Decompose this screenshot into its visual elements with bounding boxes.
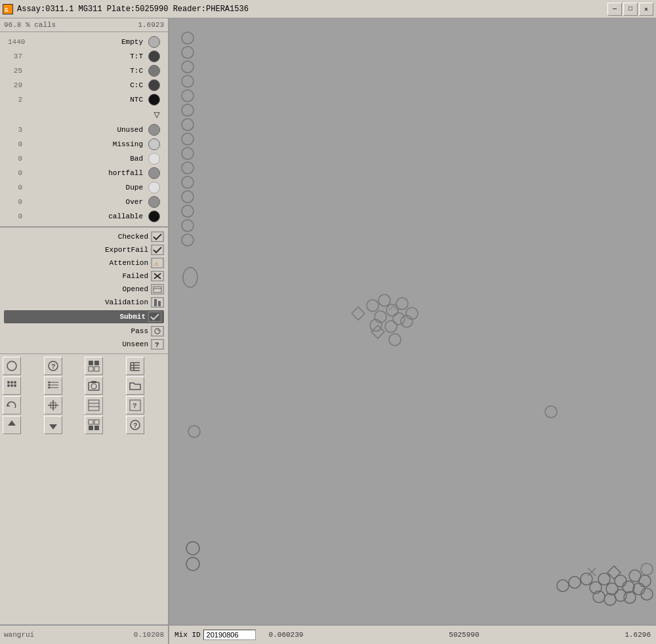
maximize-button[interactable]: □	[623, 3, 638, 16]
legend-item-missing: 0 Missing	[4, 137, 164, 151]
marker-checked-label: Checked	[118, 233, 148, 241]
count-tt: 37	[8, 52, 22, 60]
mix-id-label: Mix ID	[174, 631, 201, 639]
grid3-tool-button[interactable]	[85, 416, 103, 434]
circle-bad	[148, 153, 160, 165]
axis-val-1: 0.060239	[269, 631, 304, 639]
list-tool-button[interactable]	[126, 357, 144, 375]
marker-submit[interactable]: Submit	[4, 310, 164, 323]
scatter-plot	[169, 18, 656, 624]
marker-submit-label: Submit	[119, 313, 146, 321]
svg-rect-26	[89, 367, 93, 371]
mix-id-input[interactable]	[203, 630, 256, 640]
main-container: 96.8 % calls 1.6923 1440 Empty 37 T:T 25…	[0, 18, 656, 624]
count-hortfall: 0	[8, 169, 22, 177]
legend-item-cc: 29 C:C	[4, 78, 164, 92]
marker-attention: Attention ⚠	[4, 256, 164, 270]
marker-unseen-label: Unseen	[122, 340, 148, 348]
svg-rect-16	[152, 327, 163, 336]
validation-icon	[151, 297, 164, 308]
top-stats: 96.8 % calls 1.6923	[0, 18, 168, 32]
marker-exportfail: ExportFail	[4, 243, 164, 256]
circle-missing	[148, 138, 160, 150]
circle-dupe	[148, 182, 160, 193]
svg-point-39	[14, 384, 16, 387]
grid2-tool-button[interactable]	[85, 396, 103, 414]
checked-icon	[151, 231, 164, 242]
label-empty: Empty	[25, 38, 146, 46]
help2-tool-button[interactable]: ?	[126, 396, 144, 414]
down-arrow-button[interactable]	[44, 416, 62, 434]
opened-icon	[151, 284, 164, 294]
legend-area: 1440 Empty 37 T:T 25 T:C 29 C:C	[0, 32, 168, 227]
unseen-icon: ?	[151, 339, 164, 350]
axis-val-3: 1.6296	[625, 631, 651, 639]
count-empty: 1440	[8, 38, 22, 46]
left-panel: 96.8 % calls 1.6923 1440 Empty 37 T:T 25…	[0, 18, 169, 624]
svg-point-21	[7, 361, 16, 371]
legend-item-tc: 25 T:C	[4, 64, 164, 78]
label-bad: Bad	[25, 155, 146, 163]
help3-tool-button[interactable]: ?	[126, 416, 144, 434]
marker-checked: Checked	[4, 230, 164, 243]
circle-tool-button[interactable]	[3, 357, 21, 375]
svg-rect-52	[89, 400, 99, 411]
marker-unseen: Unseen ?	[4, 338, 164, 351]
legend-item-empty: 1440 Empty	[4, 35, 164, 49]
svg-rect-61	[89, 426, 93, 430]
label-over: Over	[25, 198, 146, 206]
count-cc: 29	[8, 81, 22, 89]
circle-hortfall	[148, 167, 160, 179]
header-value: 1.6923	[138, 21, 164, 29]
folder-tool-button[interactable]	[126, 376, 144, 395]
help-tool-button[interactable]: ?	[44, 357, 62, 375]
marker-validation: Validation	[4, 296, 164, 309]
dot-list-tool-button[interactable]	[44, 376, 62, 395]
svg-text:?: ?	[51, 363, 56, 371]
close-button[interactable]: ✕	[639, 3, 653, 16]
axis-values: 0.060239 5025990 1.6296	[269, 631, 651, 639]
legend-item-hortfall: 0 hortfall	[4, 166, 164, 180]
legend-item-ntc: 2 NTC	[4, 92, 164, 107]
window-title: Assay:0311.1 MG311 Plate:5025990 Reader:…	[17, 5, 249, 14]
bottom-bar: wangrui 0.10208 Mix ID 0.060239 5025990 …	[0, 624, 656, 644]
marker-opened-label: Opened	[122, 285, 148, 293]
circle-ntc	[148, 94, 160, 106]
svg-rect-13	[154, 299, 157, 306]
svg-rect-25	[94, 361, 99, 365]
circle-tc	[148, 65, 160, 77]
minimize-button[interactable]: —	[607, 3, 622, 16]
camera-tool-button[interactable]	[85, 376, 103, 395]
user-label: wangrui	[4, 631, 34, 639]
attention-icon: ⚠	[151, 258, 164, 268]
svg-text:G: G	[5, 7, 8, 14]
exportfail-icon	[151, 245, 164, 255]
title-buttons[interactable]: — □ ✕	[607, 3, 653, 16]
count-bad: 0	[8, 155, 22, 163]
undo-tool-button[interactable]	[3, 396, 21, 414]
axis-val-2: 5025990	[449, 631, 479, 639]
toolbar-area: ?	[0, 353, 168, 437]
svg-text:⚠: ⚠	[154, 260, 159, 268]
marker-pass: Pass	[4, 325, 164, 338]
circle-over	[148, 196, 160, 208]
legend-item-over: 0 Over	[4, 195, 164, 209]
svg-point-18	[157, 329, 160, 331]
dot-grid-tool-button[interactable]	[3, 376, 21, 395]
count-tc: 25	[8, 67, 22, 75]
app-icon: G	[3, 4, 13, 14]
crosshair-tool-button[interactable]	[44, 396, 62, 414]
label-missing: Missing	[25, 140, 146, 148]
title-bar-left: G Assay:0311.1 MG311 Plate:5025990 Reade…	[3, 4, 249, 14]
circle-empty	[148, 36, 160, 48]
legend-item-callable: 0 callable	[4, 209, 164, 224]
grid-tool-button[interactable]	[85, 357, 103, 375]
marker-opened: Opened	[4, 283, 164, 296]
count-callable: 0	[8, 212, 22, 220]
marker-pass-label: Pass	[131, 327, 148, 335]
svg-rect-48	[91, 381, 96, 383]
label-tt: T:T	[25, 52, 146, 60]
svg-point-38	[10, 384, 13, 387]
failed-icon	[151, 271, 164, 281]
up-arrow-button[interactable]	[3, 416, 21, 434]
